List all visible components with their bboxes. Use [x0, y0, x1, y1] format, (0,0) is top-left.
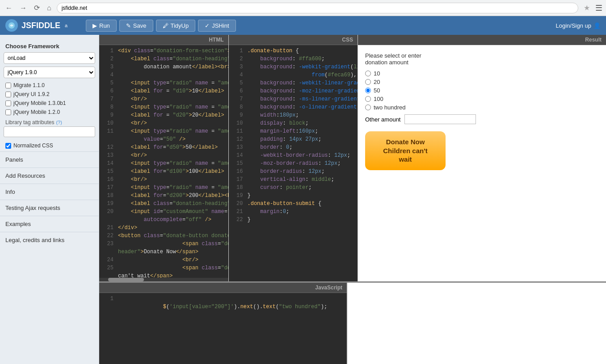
- run-label: Run: [99, 22, 110, 29]
- code-line: 8 background: -o-linear-gradient(top, #f…: [229, 103, 358, 111]
- migrate-checkbox[interactable]: [5, 83, 11, 88]
- code-line: 7 background: -ms-linear-gradient(top, #…: [229, 95, 358, 103]
- code-line: 7 <br/>: [99, 95, 228, 103]
- app-title: JSFIDDLE: [21, 21, 60, 30]
- reload-button[interactable]: ⟳: [32, 3, 42, 13]
- code-line: can't wait</span>: [99, 272, 228, 278]
- browser-menu-icon[interactable]: ☰: [595, 3, 602, 13]
- migrate-label: Migrate 1.1.0: [13, 82, 45, 88]
- code-line: 5 <input type="radio" name = "amount" id…: [99, 79, 228, 87]
- tidy-icon: 🖉: [163, 22, 168, 29]
- login-label: Login/Sign up: [556, 22, 591, 29]
- run-button[interactable]: ▶ Run: [86, 20, 117, 32]
- user-icon: 👤: [593, 22, 601, 29]
- back-button[interactable]: ←: [4, 3, 14, 13]
- html-horizontal-scroll[interactable]: [99, 278, 228, 281]
- examples-link[interactable]: Examples: [0, 216, 99, 232]
- browser-chrome: ← → ⟳ ⌂ ★ ☰: [0, 0, 606, 16]
- jquery-ui-checkbox[interactable]: [5, 92, 11, 97]
- css-label: CSS: [342, 37, 353, 43]
- tidy-button[interactable]: 🖉 TidyUp: [156, 20, 196, 32]
- code-line: 12 padding: 14px 27px;: [229, 135, 358, 143]
- legal-link[interactable]: Legal, credits and links: [0, 232, 99, 248]
- radio-200[interactable]: [365, 105, 371, 110]
- run-icon: ▶: [93, 22, 97, 29]
- panels-link[interactable]: Panels: [0, 151, 99, 167]
- normalized-css-checkbox[interactable]: [5, 143, 11, 149]
- code-line: 11 margin-left:160px;: [229, 127, 358, 135]
- code-line: 6 background: -moz-linear-gradient(top, …: [229, 87, 358, 95]
- js-panel-header: JavaScript: [99, 283, 347, 293]
- normalized-css-label: Normalized CSS: [13, 142, 53, 149]
- jquery-ui-checkbox-row: jQuery UI 1.9.2: [0, 90, 99, 99]
- code-line: 22<button class="donate-button donate-bu…: [99, 232, 228, 240]
- result-bottom: [347, 283, 606, 364]
- code-line: 17 vertical-align: middle;: [229, 176, 358, 184]
- check-icon: ✓: [205, 22, 210, 29]
- forward-button[interactable]: →: [18, 3, 29, 13]
- jquery-mobile1-checkbox[interactable]: [5, 100, 11, 106]
- css-code-content[interactable]: 1.donate-button { 2 background: #ffa600;…: [229, 45, 358, 281]
- framework-select[interactable]: onLoad onDomReady No wrap - in <head> No…: [4, 52, 95, 64]
- content-area: HTML 1<div class="donation-form-section"…: [99, 35, 606, 364]
- code-line: 12 <label for="d50">50</label>: [99, 143, 228, 151]
- code-line: 1.donate-button {: [229, 47, 358, 55]
- jquery-mobile2-label: jQuery Mobile 1.2.0: [13, 109, 60, 115]
- jquery-mobile2-checkbox-row: jQuery Mobile 1.2.0: [0, 108, 99, 117]
- other-amount-row: Other amount: [365, 114, 599, 124]
- code-line: 21</div>: [99, 224, 228, 232]
- radio-row-10: 10: [365, 70, 599, 77]
- testing-ajax-link[interactable]: Testing Ajax requests: [0, 200, 99, 216]
- js-code-content[interactable]: 1 $('input[value="200"]').next().text("t…: [99, 293, 347, 364]
- js-panel: JavaScript 1 $('input[value="200"]').nex…: [99, 283, 347, 364]
- donate-line2: Children can't wait: [383, 147, 427, 163]
- bottom-panels: JavaScript 1 $('input[value="200"]').nex…: [99, 281, 606, 364]
- info-link[interactable]: Info: [0, 184, 99, 200]
- home-button[interactable]: ⌂: [45, 3, 53, 13]
- other-amount-input[interactable]: [404, 114, 476, 124]
- code-line: 22}: [229, 216, 358, 224]
- editors-row: HTML 1<div class="donation-form-section"…: [99, 35, 606, 281]
- code-line: 13 border: 0;: [229, 143, 358, 151]
- add-resources-link[interactable]: Add Resources: [0, 167, 99, 184]
- library-tag-input[interactable]: [4, 126, 95, 137]
- result-panel-top: Result Please select or enter donation a…: [358, 35, 606, 281]
- code-line: 2 <label class="donation-heading">Please…: [99, 55, 228, 63]
- code-line: 25 <span class="donate-2nd-line">Childre…: [99, 264, 228, 272]
- code-line: 9 <label for = "d20">20</label>: [99, 111, 228, 119]
- code-line: 4 from(#feca69), to(#ffa600));: [229, 71, 358, 79]
- js-code-line: 1 $('input[value="200"]').next().text("t…: [99, 295, 347, 319]
- jquery-select[interactable]: jQuery 1.9.0 jQuery 1.8.3 jQuery 1.7.2: [4, 67, 95, 78]
- jquery-mobile1-checkbox-row: jQuery Mobile 1.3.0b1: [0, 99, 99, 108]
- code-line: 4: [99, 71, 228, 79]
- code-line: 11 <input type="radio" name = "amount" i…: [99, 127, 228, 135]
- html-panel: HTML 1<div class="donation-form-section"…: [99, 35, 229, 281]
- code-line: 24 <br/>: [99, 256, 228, 264]
- jquery-ui-label: jQuery UI 1.9.2: [13, 91, 50, 97]
- radio-50[interactable]: [365, 88, 371, 93]
- html-code-content[interactable]: 1<div class="donation-form-section"> 2 <…: [99, 45, 228, 278]
- donate-button[interactable]: Donate Now Children can't wait: [365, 131, 446, 170]
- html-panel-header: HTML: [99, 35, 228, 45]
- radio-label-50: 50: [374, 87, 380, 94]
- result-panel-header: Result: [358, 35, 606, 45]
- code-line: autocomplete="off" />: [99, 216, 228, 224]
- code-line: 10 <br/>: [99, 119, 228, 127]
- library-tag-help[interactable]: (?): [56, 120, 62, 125]
- address-bar[interactable]: [57, 3, 578, 13]
- radio-label-200: two hundred: [374, 104, 406, 111]
- html-label: HTML: [209, 37, 223, 43]
- result-label: Result: [585, 37, 602, 43]
- code-line: 1<div class="donation-form-section">: [99, 47, 228, 55]
- code-line: 20.donate-button-submit {: [229, 200, 358, 208]
- code-line: 14 -webkit-border-radius: 12px;: [229, 151, 358, 159]
- save-label: Save: [133, 22, 147, 29]
- radio-100[interactable]: [365, 96, 371, 102]
- radio-20[interactable]: [365, 79, 371, 85]
- jshint-button[interactable]: ✓ JSHint: [198, 20, 236, 32]
- result-form-label: Please select or enter donation amount: [365, 52, 599, 66]
- login-link[interactable]: Login/Sign up 👤: [556, 22, 601, 29]
- radio-10[interactable]: [365, 71, 371, 76]
- save-button[interactable]: ✎ Save: [119, 20, 153, 32]
- jquery-mobile2-checkbox[interactable]: [5, 109, 11, 115]
